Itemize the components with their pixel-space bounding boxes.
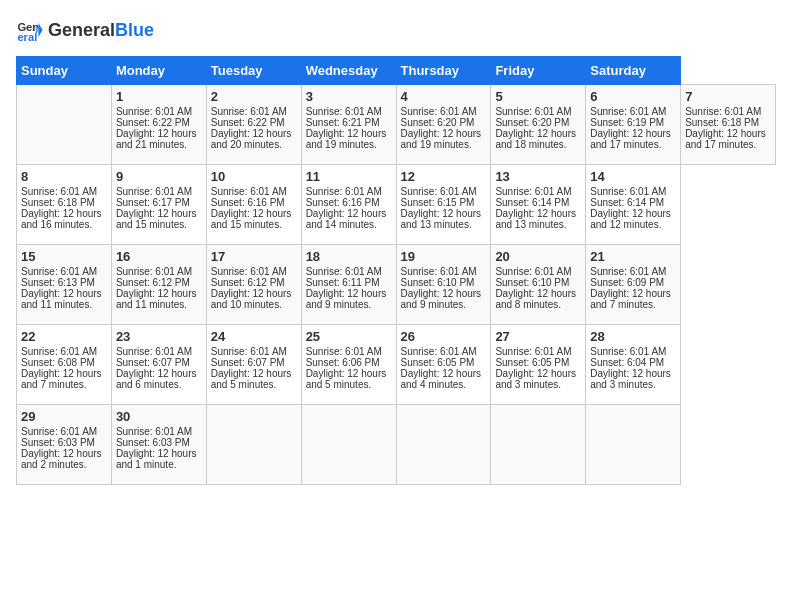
- calendar-cell: 11Sunrise: 6:01 AMSunset: 6:16 PMDayligh…: [301, 165, 396, 245]
- day-number: 29: [21, 409, 107, 424]
- cell-info: Sunrise: 6:01 AMSunset: 6:12 PMDaylight:…: [116, 266, 197, 310]
- calendar-cell: 21Sunrise: 6:01 AMSunset: 6:09 PMDayligh…: [586, 245, 681, 325]
- cell-info: Sunrise: 6:01 AMSunset: 6:03 PMDaylight:…: [21, 426, 102, 470]
- cell-info: Sunrise: 6:01 AMSunset: 6:04 PMDaylight:…: [590, 346, 671, 390]
- calendar-cell: 22Sunrise: 6:01 AMSunset: 6:08 PMDayligh…: [17, 325, 112, 405]
- calendar-week-row: 1Sunrise: 6:01 AMSunset: 6:22 PMDaylight…: [17, 85, 776, 165]
- day-number: 3: [306, 89, 392, 104]
- calendar-cell: 7Sunrise: 6:01 AMSunset: 6:18 PMDaylight…: [681, 85, 776, 165]
- day-number: 24: [211, 329, 297, 344]
- day-header-thursday: Thursday: [396, 57, 491, 85]
- cell-info: Sunrise: 6:01 AMSunset: 6:16 PMDaylight:…: [306, 186, 387, 230]
- calendar-cell: 4Sunrise: 6:01 AMSunset: 6:20 PMDaylight…: [396, 85, 491, 165]
- calendar-cell: 9Sunrise: 6:01 AMSunset: 6:17 PMDaylight…: [111, 165, 206, 245]
- calendar-cell: 6Sunrise: 6:01 AMSunset: 6:19 PMDaylight…: [586, 85, 681, 165]
- day-number: 20: [495, 249, 581, 264]
- day-number: 15: [21, 249, 107, 264]
- calendar-cell: 18Sunrise: 6:01 AMSunset: 6:11 PMDayligh…: [301, 245, 396, 325]
- calendar-cell: 2Sunrise: 6:01 AMSunset: 6:22 PMDaylight…: [206, 85, 301, 165]
- cell-info: Sunrise: 6:01 AMSunset: 6:05 PMDaylight:…: [495, 346, 576, 390]
- cell-info: Sunrise: 6:01 AMSunset: 6:09 PMDaylight:…: [590, 266, 671, 310]
- cell-info: Sunrise: 6:01 AMSunset: 6:10 PMDaylight:…: [495, 266, 576, 310]
- day-number: 19: [401, 249, 487, 264]
- calendar-cell: [586, 405, 681, 485]
- calendar-cell: 14Sunrise: 6:01 AMSunset: 6:14 PMDayligh…: [586, 165, 681, 245]
- page-header: Gen eral GeneralBlue: [16, 16, 776, 44]
- calendar-cell: 17Sunrise: 6:01 AMSunset: 6:12 PMDayligh…: [206, 245, 301, 325]
- calendar-cell: [206, 405, 301, 485]
- calendar-week-row: 15Sunrise: 6:01 AMSunset: 6:13 PMDayligh…: [17, 245, 776, 325]
- day-number: 6: [590, 89, 676, 104]
- cell-info: Sunrise: 6:01 AMSunset: 6:20 PMDaylight:…: [495, 106, 576, 150]
- calendar-cell: 13Sunrise: 6:01 AMSunset: 6:14 PMDayligh…: [491, 165, 586, 245]
- day-number: 18: [306, 249, 392, 264]
- day-number: 9: [116, 169, 202, 184]
- cell-info: Sunrise: 6:01 AMSunset: 6:22 PMDaylight:…: [211, 106, 292, 150]
- day-number: 30: [116, 409, 202, 424]
- day-number: 8: [21, 169, 107, 184]
- day-number: 10: [211, 169, 297, 184]
- cell-info: Sunrise: 6:01 AMSunset: 6:17 PMDaylight:…: [116, 186, 197, 230]
- cell-info: Sunrise: 6:01 AMSunset: 6:15 PMDaylight:…: [401, 186, 482, 230]
- day-header-saturday: Saturday: [586, 57, 681, 85]
- day-number: 16: [116, 249, 202, 264]
- cell-info: Sunrise: 6:01 AMSunset: 6:19 PMDaylight:…: [590, 106, 671, 150]
- calendar-cell: 8Sunrise: 6:01 AMSunset: 6:18 PMDaylight…: [17, 165, 112, 245]
- cell-info: Sunrise: 6:01 AMSunset: 6:20 PMDaylight:…: [401, 106, 482, 150]
- day-number: 21: [590, 249, 676, 264]
- day-number: 2: [211, 89, 297, 104]
- cell-info: Sunrise: 6:01 AMSunset: 6:13 PMDaylight:…: [21, 266, 102, 310]
- logo-icon: Gen eral: [16, 16, 44, 44]
- calendar-cell: 15Sunrise: 6:01 AMSunset: 6:13 PMDayligh…: [17, 245, 112, 325]
- calendar-cell: 24Sunrise: 6:01 AMSunset: 6:07 PMDayligh…: [206, 325, 301, 405]
- calendar-cell: 30Sunrise: 6:01 AMSunset: 6:03 PMDayligh…: [111, 405, 206, 485]
- day-number: 25: [306, 329, 392, 344]
- calendar-cell: 23Sunrise: 6:01 AMSunset: 6:07 PMDayligh…: [111, 325, 206, 405]
- calendar-cell: 28Sunrise: 6:01 AMSunset: 6:04 PMDayligh…: [586, 325, 681, 405]
- cell-info: Sunrise: 6:01 AMSunset: 6:06 PMDaylight:…: [306, 346, 387, 390]
- cell-info: Sunrise: 6:01 AMSunset: 6:18 PMDaylight:…: [21, 186, 102, 230]
- logo: Gen eral GeneralBlue: [16, 16, 154, 44]
- calendar-cell: 29Sunrise: 6:01 AMSunset: 6:03 PMDayligh…: [17, 405, 112, 485]
- calendar-cell: 19Sunrise: 6:01 AMSunset: 6:10 PMDayligh…: [396, 245, 491, 325]
- svg-text:eral: eral: [17, 31, 37, 43]
- day-header-wednesday: Wednesday: [301, 57, 396, 85]
- day-number: 23: [116, 329, 202, 344]
- day-number: 12: [401, 169, 487, 184]
- day-number: 1: [116, 89, 202, 104]
- empty-cell: [17, 85, 112, 165]
- calendar-table: SundayMondayTuesdayWednesdayThursdayFrid…: [16, 56, 776, 485]
- cell-info: Sunrise: 6:01 AMSunset: 6:11 PMDaylight:…: [306, 266, 387, 310]
- day-number: 17: [211, 249, 297, 264]
- cell-info: Sunrise: 6:01 AMSunset: 6:05 PMDaylight:…: [401, 346, 482, 390]
- calendar-cell: [396, 405, 491, 485]
- calendar-cell: 3Sunrise: 6:01 AMSunset: 6:21 PMDaylight…: [301, 85, 396, 165]
- calendar-header-row: SundayMondayTuesdayWednesdayThursdayFrid…: [17, 57, 776, 85]
- calendar-cell: 10Sunrise: 6:01 AMSunset: 6:16 PMDayligh…: [206, 165, 301, 245]
- cell-info: Sunrise: 6:01 AMSunset: 6:22 PMDaylight:…: [116, 106, 197, 150]
- cell-info: Sunrise: 6:01 AMSunset: 6:10 PMDaylight:…: [401, 266, 482, 310]
- cell-info: Sunrise: 6:01 AMSunset: 6:08 PMDaylight:…: [21, 346, 102, 390]
- day-number: 14: [590, 169, 676, 184]
- day-header-sunday: Sunday: [17, 57, 112, 85]
- cell-info: Sunrise: 6:01 AMSunset: 6:03 PMDaylight:…: [116, 426, 197, 470]
- day-number: 11: [306, 169, 392, 184]
- day-number: 22: [21, 329, 107, 344]
- cell-info: Sunrise: 6:01 AMSunset: 6:07 PMDaylight:…: [116, 346, 197, 390]
- day-number: 28: [590, 329, 676, 344]
- calendar-cell: 16Sunrise: 6:01 AMSunset: 6:12 PMDayligh…: [111, 245, 206, 325]
- calendar-cell: 5Sunrise: 6:01 AMSunset: 6:20 PMDaylight…: [491, 85, 586, 165]
- cell-info: Sunrise: 6:01 AMSunset: 6:18 PMDaylight:…: [685, 106, 766, 150]
- calendar-cell: [301, 405, 396, 485]
- cell-info: Sunrise: 6:01 AMSunset: 6:14 PMDaylight:…: [495, 186, 576, 230]
- calendar-week-row: 8Sunrise: 6:01 AMSunset: 6:18 PMDaylight…: [17, 165, 776, 245]
- cell-info: Sunrise: 6:01 AMSunset: 6:16 PMDaylight:…: [211, 186, 292, 230]
- day-number: 13: [495, 169, 581, 184]
- cell-info: Sunrise: 6:01 AMSunset: 6:21 PMDaylight:…: [306, 106, 387, 150]
- cell-info: Sunrise: 6:01 AMSunset: 6:07 PMDaylight:…: [211, 346, 292, 390]
- day-number: 7: [685, 89, 771, 104]
- cell-info: Sunrise: 6:01 AMSunset: 6:14 PMDaylight:…: [590, 186, 671, 230]
- calendar-cell: 12Sunrise: 6:01 AMSunset: 6:15 PMDayligh…: [396, 165, 491, 245]
- day-number: 26: [401, 329, 487, 344]
- day-header-friday: Friday: [491, 57, 586, 85]
